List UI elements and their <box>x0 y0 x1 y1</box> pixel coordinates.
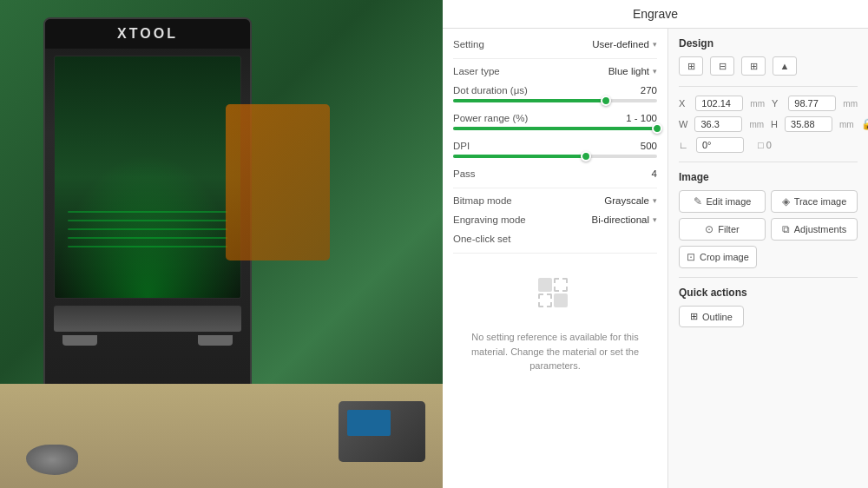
outline-btn[interactable]: ⊞ Outline <box>679 306 744 327</box>
image-section: Image ✎ Edit image ◈ Trace image ⊙ Filte… <box>679 171 858 268</box>
power-range-label: Power range (%) <box>453 113 528 123</box>
x-input[interactable] <box>695 96 743 111</box>
h-unit: mm <box>839 120 854 129</box>
setting-value[interactable]: User-defined ▾ <box>592 39 657 49</box>
engraving-mode-row: Engraving mode Bi-directional ▾ <box>453 214 657 225</box>
quick-actions-title: Quick actions <box>679 287 858 299</box>
brand-label: XTOOL <box>45 19 250 49</box>
dot-duration-track[interactable] <box>453 99 657 102</box>
angle-row: ∟ □ 0 <box>679 137 858 153</box>
dot-duration-thumb[interactable] <box>601 96 611 106</box>
quick-actions-section: Quick actions ⊞ Outline <box>679 287 858 327</box>
desk-surface <box>0 384 443 488</box>
dot-duration-label: Dot duration (μs) <box>453 85 528 96</box>
outline-icon: ⊞ <box>690 311 698 322</box>
x-coord-row: X mm Y mm <box>679 96 858 111</box>
dpi-value: 500 <box>641 141 657 151</box>
trace-image-btn[interactable]: ◈ Trace image <box>771 190 858 213</box>
align-top-icon: ⊞ <box>750 61 758 72</box>
laser-type-arrow: ▾ <box>653 67 657 76</box>
lock-icon[interactable]: 🔒 <box>861 118 868 130</box>
w-label: W <box>679 119 687 129</box>
background-machine <box>226 104 330 260</box>
h-input[interactable] <box>785 116 832 132</box>
align-center-btn[interactable]: ⊟ <box>710 56 734 76</box>
dpi-track[interactable] <box>453 155 657 158</box>
engraving-mode-value[interactable]: Bi-directional ▾ <box>592 214 657 225</box>
x-label: X <box>679 98 688 109</box>
crop-image-btn[interactable]: ⊡ Crop image <box>679 246 757 268</box>
align-row: ⊞ ⊟ ⊞ ▲ <box>679 56 858 76</box>
setting-label: Setting <box>453 39 484 49</box>
w-coord-row: W mm H mm 🔒 <box>679 116 858 132</box>
adjustments-btn[interactable]: ⧉ Adjustments <box>771 218 858 241</box>
align-left-icon: ⊞ <box>687 61 695 72</box>
angle-input[interactable] <box>696 137 744 153</box>
engrave-title: Engrave <box>633 7 678 21</box>
dpi-fill <box>453 155 586 158</box>
engraving-mode-label: Engraving mode <box>453 214 526 225</box>
adjustments-icon: ⧉ <box>782 223 790 235</box>
power-range-value: 1 - 100 <box>626 113 657 123</box>
filter-icon: ⊙ <box>705 223 713 235</box>
no-reference-text: No setting reference is available for th… <box>471 332 639 371</box>
image-btn-grid: ✎ Edit image ◈ Trace image ⊙ Filter ⧉ Ad… <box>679 190 858 241</box>
dpi-slider: DPI 500 <box>453 141 657 158</box>
crop-icon: ⊡ <box>687 251 695 263</box>
bitmap-mode-label: Bitmap mode <box>453 195 512 206</box>
edit-image-btn[interactable]: ✎ Edit image <box>679 190 766 213</box>
h-label: H <box>771 119 778 129</box>
filter-btn[interactable]: ⊙ Filter <box>679 218 766 241</box>
angle-label: ∟ <box>679 140 689 150</box>
dot-duration-slider: Dot duration (μs) 270 <box>453 85 657 102</box>
laser-type-label: Laser type <box>453 66 500 76</box>
align-left-btn[interactable]: ⊞ <box>679 56 703 76</box>
pass-row: Pass 4 <box>453 168 657 179</box>
align-top-btn[interactable]: ⊞ <box>741 56 766 76</box>
y-unit: mm <box>843 99 858 109</box>
pass-value[interactable]: 4 <box>652 168 657 179</box>
dpi-label: DPI <box>453 141 470 151</box>
power-range-fill <box>453 127 657 130</box>
laser-type-value[interactable]: Blue light ▾ <box>608 66 657 76</box>
w-input[interactable] <box>694 116 742 132</box>
bitmap-mode-value[interactable]: Grayscale ▾ <box>604 195 657 206</box>
bitmap-mode-row: Bitmap mode Grayscale ▾ <box>453 195 657 206</box>
small-device <box>339 401 425 462</box>
x-unit: mm <box>750 99 765 109</box>
engraving-mode-arrow: ▾ <box>653 215 657 224</box>
warning-icon: ▲ <box>780 61 790 71</box>
settings-panel: Engrave Setting User-defined ▾ Laser typ… <box>443 0 868 488</box>
settings-header: Engrave <box>443 0 868 29</box>
design-title: Design <box>679 37 858 49</box>
pass-label: Pass <box>453 168 476 179</box>
y-label: Y <box>772 98 781 109</box>
one-click-row: One-click set <box>453 234 657 244</box>
align-center-icon: ⊟ <box>719 61 727 72</box>
power-range-track[interactable] <box>453 127 657 130</box>
edit-image-icon: ✎ <box>694 195 702 208</box>
laser-machine: XTOOL <box>43 17 252 399</box>
w-unit: mm <box>749 120 764 129</box>
rock <box>26 445 78 475</box>
bitmap-mode-arrow: ▾ <box>653 196 657 205</box>
dpi-thumb[interactable] <box>581 151 591 162</box>
power-range-thumb[interactable] <box>652 123 662 134</box>
laser-type-row: Laser type Blue light ▾ <box>453 66 657 76</box>
no-ref-icon <box>529 278 582 321</box>
dot-duration-fill <box>453 99 606 102</box>
setting-dropdown-arrow: ▾ <box>653 40 657 49</box>
dot-duration-value: 270 <box>641 85 657 96</box>
no-reference-notice: No setting reference is available for th… <box>453 260 657 391</box>
setting-row: Setting User-defined ▾ <box>453 39 657 49</box>
photo-panel: XTOOL <box>0 0 443 488</box>
image-section-title: Image <box>679 171 858 183</box>
one-click-label: One-click set <box>453 234 510 244</box>
y-input[interactable] <box>788 96 836 111</box>
power-range-slider: Power range (%) 1 - 100 <box>453 113 657 130</box>
align-warning-btn[interactable]: ▲ <box>773 56 797 76</box>
machine-window <box>54 56 241 299</box>
trace-image-icon: ◈ <box>782 195 790 208</box>
laser-settings-column: Setting User-defined ▾ Laser type Blue l… <box>443 29 668 488</box>
design-panel: Design ⊞ ⊟ ⊞ ▲ X m <box>668 29 868 488</box>
